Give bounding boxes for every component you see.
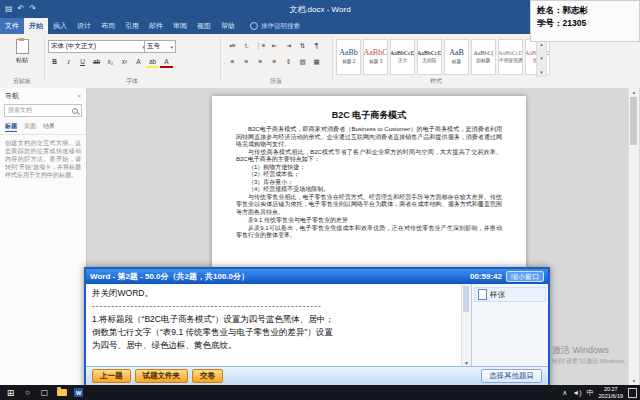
minimize-panel-button[interactable]: 缩小窗口 [506, 271, 544, 282]
exam-folder-button[interactable]: 试题文件夹 [135, 369, 189, 383]
justify-icon[interactable]: ≡ [268, 56, 281, 67]
style-card[interactable]: AaB标题 [444, 39, 469, 75]
paragraph-group-label: 段落 [226, 77, 326, 86]
ribbon-tab-审阅[interactable]: 审阅 [168, 18, 192, 34]
student-name: 姓名：郭志彬 [537, 4, 633, 17]
style-name: 标题 3 [369, 59, 382, 65]
paste-button[interactable]: 粘贴 [8, 39, 36, 65]
style-card[interactable]: AaBbCcD不明显强调 [498, 39, 523, 75]
style-card[interactable]: AaBb标题 2 [336, 39, 361, 75]
shading-icon[interactable]: ▨ [296, 56, 309, 67]
submit-button[interactable]: 交卷 [192, 369, 223, 383]
task-view-icon[interactable]: ▢ [36, 385, 53, 400]
ribbon-tab-设计[interactable]: 设计 [72, 18, 96, 34]
exam-text-scrollbar[interactable]: ▼ [461, 284, 471, 367]
style-card[interactable]: AaBbC标题 3 [363, 39, 388, 75]
ribbon-tab-帮助[interactable]: 帮助 [216, 18, 240, 34]
nav-tab-结果[interactable]: 结果 [43, 122, 55, 132]
numbering-icon[interactable]: ⒈ [240, 40, 253, 51]
input-method-indicator[interactable]: 中 [587, 388, 594, 398]
document-paragraph: 与传统零售业相比，电子零售业在经营方式、经营理念和经营手段等方面都存在较大差异。… [236, 194, 502, 217]
bullets-icon[interactable]: •≡ [226, 40, 239, 51]
increase-indent-icon[interactable]: ⇥ [282, 40, 295, 51]
multilevel-icon[interactable]: ⋮≡ [254, 40, 267, 51]
document-scrollbar[interactable]: ▲ ▼ [628, 88, 639, 385]
style-card[interactable]: AaBbCcD正文 [390, 39, 415, 75]
document-paragraph: （1）购物方便快捷； [236, 164, 502, 172]
italic-icon[interactable]: I [62, 56, 75, 67]
bold-icon[interactable]: B [48, 56, 61, 67]
ribbon-tab-插入[interactable]: 插入 [48, 18, 72, 34]
exam-question-panel: Word - 第2题 - 50.0分（共2题，共100.0分） 00:59:42… [84, 267, 550, 387]
exam-panel-body: 并关闭WORD。--------------------------------… [86, 284, 548, 367]
style-card[interactable]: AaBbCcD无间隔 [417, 39, 442, 75]
align-left-icon[interactable]: ≡ [226, 56, 239, 67]
student-id: 学号：21305 [537, 17, 633, 30]
underline-icon[interactable]: U [76, 56, 89, 67]
style-sample: AaBbC( [474, 50, 494, 56]
search-icon[interactable]: ○ [19, 385, 36, 400]
watermark-line2: 转到“设置”以激活 Windows。 [552, 358, 638, 365]
document-icon [478, 289, 487, 300]
taskbar-clock[interactable]: 20:27 2021/6/19 [599, 386, 623, 399]
tray-chevron-icon[interactable]: ∧ [562, 389, 567, 397]
exam-attachments-list: 样张 [471, 284, 548, 367]
sort-icon[interactable]: ⇅ [296, 40, 309, 51]
text-effects-icon[interactable]: A [132, 56, 145, 67]
superscript-icon[interactable]: x² [118, 56, 131, 67]
scroll-down-icon[interactable]: ▼ [629, 378, 639, 384]
scroll-up-icon[interactable]: ▲ [629, 89, 639, 95]
style-name: 正文 [398, 58, 407, 64]
previous-question-button[interactable]: 上一题 [92, 369, 131, 383]
style-sample: AaBb [339, 49, 358, 57]
style-card[interactable]: AaBbC(副标题 [471, 39, 496, 75]
nav-search-input[interactable]: 搜索文档 [4, 104, 82, 117]
document-paragraph: 从表9.1可以看出，电子零售业凭借成本和效率优势，正在对传统零售业产生深刻影响，… [236, 225, 502, 240]
ribbon-tab-开始[interactable]: 开始 [24, 18, 48, 34]
ribbon-tab-文件[interactable]: 文件 [0, 18, 24, 34]
clock-date: 2021/6/19 [599, 393, 623, 400]
font-size-select[interactable]: 五号 ▾ [144, 40, 176, 53]
file-explorer-icon[interactable] [53, 385, 70, 400]
exam-text-line: 为四号、居中、绿色边框、黄色底纹。 [92, 339, 455, 352]
ribbon-tab-视图[interactable]: 视图 [192, 18, 216, 34]
nav-tab-标题[interactable]: 标题 [5, 122, 17, 132]
style-gallery-scroll[interactable]: ▴ ▾ ▾ [536, 39, 547, 77]
styles-group-label: 样式 [336, 77, 536, 86]
tell-me-search[interactable]: 操作说明搜索 [250, 18, 300, 34]
font-group-label: 字体 [48, 77, 216, 86]
system-tray: ∧ ◄) 中 20:27 2021/6/19 [562, 386, 640, 399]
sample-attachment-item[interactable]: 样张 [474, 287, 546, 302]
strikethrough-icon[interactable]: ab [90, 56, 103, 67]
screen: ▤↶↷ 文档.docx - Word 文件开始插入设计布局引用邮件审阅视图帮助 … [0, 0, 640, 400]
line-spacing-icon[interactable]: ⇕ [282, 56, 295, 67]
subscript-icon[interactable]: x₂ [104, 56, 117, 67]
clipboard-icon [16, 39, 29, 54]
decrease-indent-icon[interactable]: ⇤ [268, 40, 281, 51]
style-sample: AaBbCcD [498, 50, 523, 56]
ribbon-tab-引用[interactable]: 引用 [120, 18, 144, 34]
borders-icon[interactable]: ▦ [310, 56, 323, 67]
word-icon[interactable]: W [70, 385, 87, 400]
chevron-down-icon: ▾ [170, 44, 173, 50]
scrollbar-thumb[interactable] [630, 97, 637, 145]
select-question-button[interactable]: 选择其他题目 [481, 369, 542, 383]
close-icon[interactable]: × [77, 93, 81, 99]
folder-glyph [57, 389, 67, 396]
volume-icon[interactable]: ◄) [572, 389, 581, 396]
exam-question-text: 并关闭WORD。--------------------------------… [86, 284, 461, 367]
align-center-icon[interactable]: ≡ [240, 56, 253, 67]
pilcrow-icon[interactable]: ¶ [310, 40, 323, 51]
start-icon[interactable]: ⊞ [2, 385, 19, 400]
align-right-icon[interactable]: ≡ [254, 56, 267, 67]
font-name-select[interactable]: 宋体 (中文正文) ▾ [48, 40, 148, 53]
highlight-icon[interactable]: ab [146, 57, 159, 68]
scrollbar-thumb[interactable] [463, 286, 469, 312]
ribbon-tab-邮件[interactable]: 邮件 [144, 18, 168, 34]
action-center-icon[interactable] [628, 388, 637, 398]
font-color-icon[interactable]: A [160, 57, 173, 68]
nav-tab-页面[interactable]: 页面 [24, 122, 36, 132]
exam-panel-header[interactable]: Word - 第2题 - 50.0分（共2题，共100.0分） 00:59:42… [86, 269, 548, 284]
exam-text-line: 倒数第七行文字（“表9.1 传统零售业与电子零售业的差异”）设置 [92, 326, 455, 339]
ribbon-tab-布局[interactable]: 布局 [96, 18, 120, 34]
